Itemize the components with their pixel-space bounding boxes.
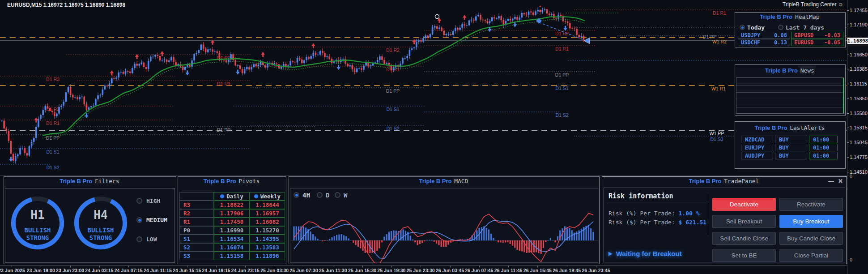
pivot-daily-value: 1.16074 — [214, 243, 250, 252]
filters-panel: Triple B Pro Filters H1 BULLISH STRONG H… — [4, 176, 176, 264]
heatmap-cell: USDCHF0.13 — [738, 39, 790, 46]
svg-text:D1 PP: D1 PP — [46, 135, 60, 141]
indicator-scale-label: 0 — [850, 257, 852, 262]
indicator-scale-label: 0 — [850, 174, 852, 179]
pivot-weekly-value: 1.15270 — [250, 226, 285, 235]
price-scale-label: 1.15045 — [850, 140, 868, 145]
pivot-weekly-value: 1.16957 — [250, 209, 285, 218]
set-to-be-button[interactable]: Set to BE — [712, 249, 776, 262]
time-axis-separator — [0, 265, 868, 266]
reactivate-button[interactable]: Reactivate — [779, 198, 843, 211]
alert-time: 01:00 — [809, 144, 838, 151]
svg-text:D1 S3: D1 S3 — [710, 137, 723, 142]
close-icon[interactable]: ✕ — [838, 178, 843, 184]
filter-radio-low-label[interactable]: LOW — [146, 236, 157, 243]
app-title: TripleB Trading Center ☺ — [783, 1, 843, 8]
price-scale-label: 1.17455 — [850, 8, 868, 13]
svg-text:D1 R3: D1 R3 — [46, 77, 60, 82]
svg-text:D1 PP: D1 PP — [217, 127, 230, 133]
svg-text:BULLISH: BULLISH — [87, 227, 114, 234]
pivot-daily-value: 1.16534 — [214, 235, 250, 243]
filter-radio-high-label[interactable]: HIGH — [146, 197, 160, 204]
pivot-weekly-value: 1.16082 — [250, 218, 285, 226]
heatmap-radio-week[interactable] — [778, 25, 783, 30]
macd-title: Triple B Pro MACD — [289, 178, 599, 184]
news-row — [736, 107, 844, 115]
svg-text:D1 R1: D1 R1 — [46, 120, 60, 126]
subwindow-separator[interactable] — [0, 176, 847, 176]
close-partial-button[interactable]: Close Partial — [779, 249, 843, 262]
risk-usd-value: $ 621.51 — [679, 219, 707, 226]
alert-action: BUY — [775, 152, 807, 159]
status-arrow-icon: ▶ — [608, 251, 612, 256]
buy-breakout-button[interactable]: Buy Breakout — [779, 215, 843, 228]
pivot-weekly-value: 1.13583 — [250, 243, 285, 252]
pivot-row-label: R3 — [179, 201, 214, 209]
heatmap-title: Triple B Pro HeatMap — [735, 13, 845, 20]
pivots-col-weekly[interactable]: Weekly — [250, 192, 285, 201]
symbol-info: EURUSD,M15 1.16972 1.16975 1.16890 1.168… — [7, 2, 125, 8]
time-axis-label: 26 Jun 23:45 — [577, 268, 615, 273]
alert-symbol: EURJPY — [741, 144, 773, 151]
radio-dot-icon — [254, 194, 258, 198]
price-scale-label: 1.15850 — [850, 96, 868, 101]
risk-pct-line: Risk (%) Per Trade: 1.00 % — [608, 210, 700, 217]
price-scale-label: 1.15315 — [850, 125, 868, 130]
pivot-daily-value: 1.16990 — [214, 226, 250, 235]
svg-text:BULLISH: BULLISH — [24, 227, 51, 234]
filter-radio-high[interactable] — [136, 198, 142, 204]
svg-text:D1 S2: D1 S2 — [386, 126, 399, 131]
risk-usd-line: Risk ($) Per Trade: $ 621.51 — [608, 219, 706, 226]
svg-text:D1 PP: D1 PP — [555, 72, 569, 77]
filter-radio-medium-label[interactable]: MEDIUM — [146, 217, 167, 223]
heatmap-cell: USDJPY0.08 — [738, 32, 790, 39]
current-price-tag: 1.16898 — [847, 38, 868, 44]
alert-time: 01:00 — [809, 136, 838, 143]
trade-title: Triple B Pro TradePanel — [602, 178, 847, 184]
heatmap-cell: GBPUSD-0.03 — [791, 32, 843, 39]
pivot-daily-value: 1.15158 — [214, 252, 250, 260]
alert-time: 01:00 — [809, 152, 838, 159]
heatmap-radio-today[interactable] — [740, 25, 745, 30]
pivot-row-label: P0 — [179, 226, 214, 235]
vertical-divider — [708, 193, 708, 234]
news-row — [736, 78, 844, 86]
news-scroll-indicator — [843, 78, 844, 113]
h4-gauge: H4 BULLISH STRONG — [72, 194, 130, 252]
heatmap-radio-week-label[interactable]: Last 7 days — [786, 24, 824, 31]
risk-info-heading: Risk information — [608, 192, 673, 200]
pivot-row-label: S2 — [179, 243, 214, 252]
radio-dot-icon — [220, 194, 224, 198]
sell-breakout-button[interactable]: Sell Breakout — [712, 215, 776, 228]
status-waiting-breakout: ▶ Waiting for Breakout — [608, 250, 682, 257]
svg-text:D1 S1: D1 S1 — [46, 149, 59, 154]
minimize-icon[interactable]: — — [828, 178, 834, 184]
buy-candle-close-button[interactable]: Buy Candle Close — [779, 232, 843, 245]
sell-candle-close-button[interactable]: Sell Candle Close — [712, 232, 776, 245]
pivot-weekly-value: 1.18644 — [250, 201, 285, 209]
svg-text:D1 S2: D1 S2 — [46, 165, 59, 170]
alerts-panel: Triple B Pro LastAlerts NZDCAD BUY 01:00… — [735, 121, 846, 169]
alert-action: BUY — [775, 136, 807, 143]
h1-gauge: H1 BULLISH STRONG — [9, 194, 67, 252]
svg-text:D1 R2: D1 R2 — [386, 47, 400, 53]
price-scale-label: 1.16115 — [850, 81, 867, 86]
filter-radio-low[interactable] — [136, 236, 142, 242]
pivot-daily-value: 1.17906 — [214, 209, 250, 218]
svg-text:H4: H4 — [94, 208, 107, 222]
pivot-daily-value: 1.17450 — [214, 218, 250, 226]
macd-panel: Triple B Pro MACD 4H D W — [289, 176, 600, 264]
svg-text:D1 S1: D1 S1 — [386, 107, 399, 112]
heatmap-radio-today-label[interactable]: Today — [747, 24, 765, 31]
macd-chart[interactable] — [290, 189, 599, 263]
filter-radio-medium[interactable] — [136, 217, 142, 223]
svg-text:D1 R1: D1 R1 — [555, 46, 569, 51]
pivots-col-daily[interactable]: Daily — [214, 192, 250, 201]
svg-text:W1 PP: W1 PP — [710, 131, 724, 136]
svg-text:W1 R2: W1 R2 — [712, 39, 727, 44]
svg-text:D1 PP: D1 PP — [386, 88, 400, 94]
deactivate-button[interactable]: Deactivate — [712, 198, 776, 211]
price-scale-label: 1.15580 — [850, 111, 868, 116]
trade-panel: Triple B Pro TradePanel — ✕ Risk informa… — [602, 176, 847, 264]
news-panel: Triple B Pro News — [735, 64, 846, 116]
